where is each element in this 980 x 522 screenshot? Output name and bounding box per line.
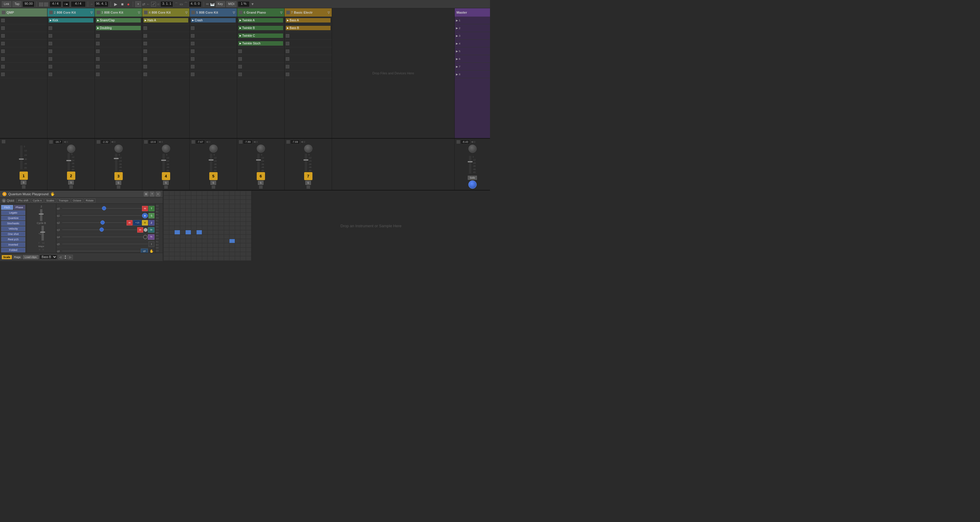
clip-5-1[interactable]: ▶ Crash [190,17,237,24]
note-cell-5-13[interactable] [235,213,240,217]
loop-end[interactable]: 4. 0. 0 [189,1,202,7]
note-cell-12-14[interactable] [240,243,246,248]
note-cell-14-7[interactable] [202,252,207,256]
mode-quantize-btn[interactable]: Quantize [1,216,25,221]
note-cell-2-3[interactable] [180,200,186,204]
stop-button[interactable]: ■ [120,2,124,6]
clip-5-5[interactable] [190,48,237,55]
note-cell-14-1[interactable] [169,252,175,256]
clip-6-6[interactable] [237,55,284,63]
note-cell-12-12[interactable] [229,243,235,248]
note-cell-8-5[interactable] [191,226,197,230]
note-cell-15-5[interactable] [191,256,197,260]
note-cell-2-5[interactable] [191,200,197,204]
ch5-vol-knob[interactable] [209,144,218,152]
note-cell-0-6[interactable] [197,191,202,195]
track-header-qmp[interactable]: QMP [0,8,47,17]
note-cell-9-7[interactable] [202,230,207,234]
note-cell-15-15[interactable] [246,256,251,260]
note-cell-9-15[interactable] [246,230,251,234]
note-cell-9-9[interactable] [213,230,218,234]
note-cell-12-2[interactable] [175,243,180,248]
note-cell-13-9[interactable] [213,248,218,252]
ch5-fader-handle[interactable] [209,159,213,160]
note-cell-10-9[interactable] [213,235,218,239]
clip-slot-qmp-7[interactable] [0,63,47,70]
nav-phs-shift[interactable]: Phs shift [16,198,30,203]
ch6-vol-knob[interactable] [257,144,265,152]
note-cell-5-9[interactable] [213,213,218,217]
note-cell-15-4[interactable] [186,256,191,260]
mode-inverted-btn[interactable]: Inverted [1,242,25,247]
note-cell-11-13[interactable] [235,239,240,243]
note-cell-5-3[interactable] [180,213,186,217]
note-cell-0-2[interactable] [175,191,180,195]
time-sig[interactable]: 4 / 4 [49,1,61,7]
note-cell-10-13[interactable] [235,235,240,239]
track-header-7[interactable]: 7 Basic Electr ▽ [285,8,332,17]
note-cell-6-7[interactable] [202,217,207,221]
mode-phase-btn[interactable]: Phase [14,205,25,210]
track-activator-6[interactable] [239,11,242,14]
note-cell-13-1[interactable] [169,248,175,252]
note-cell-6-6[interactable] [197,217,202,221]
track-io-3[interactable]: ▽ [138,11,140,14]
chm-vol-knob[interactable] [468,144,477,153]
clip-dropdown[interactable]: Bass B [40,254,57,260]
note-cell-14-10[interactable] [218,252,224,256]
note-cell-14-12[interactable] [229,252,235,256]
clip-twinkle-b[interactable]: ▶ Twinkle B [238,26,283,30]
note-cell-11-8[interactable] [207,239,213,243]
note-cell-7-3[interactable] [180,222,186,226]
note-cell-1-0[interactable] [164,195,169,200]
note-cell-11-0[interactable] [164,239,169,243]
clip-snare[interactable]: ▶ Snare/Clap [96,18,141,22]
tap-button[interactable]: Tap [13,1,21,7]
ch5-number[interactable]: 5 [209,172,218,180]
ch1-fader-handle[interactable] [19,159,24,160]
note-cell-1-14[interactable] [240,195,246,200]
chm-pan-knob[interactable] [468,181,477,189]
note-cell-10-15[interactable] [246,235,251,239]
note-cell-6-3[interactable] [180,217,186,221]
note-cell-6-2[interactable] [175,217,180,221]
note-cell-0-4[interactable] [186,191,191,195]
mode-oneshot-btn[interactable]: One shot [1,232,25,236]
note-cell-12-6[interactable] [197,243,202,248]
note-cell-12-9[interactable] [213,243,218,248]
bend-icon[interactable]: ⌒ [184,2,188,6]
note-cell-7-6[interactable] [197,222,202,226]
ch1-stop-btn[interactable] [2,140,5,143]
note-cell-9-11[interactable] [224,230,229,234]
track-activator-7[interactable] [286,11,290,14]
note-cell-0-5[interactable] [191,191,197,195]
ch3-fader-handle[interactable] [114,158,119,159]
mode-stochastic-btn[interactable]: Stochastic [1,221,25,226]
zoom-arrow[interactable]: ▼ [251,2,255,6]
add-button[interactable]: + [135,1,141,7]
clip-slot-qmp-5[interactable] [0,48,47,55]
note-cell-5-15[interactable] [246,213,251,217]
note-cell-2-9[interactable] [213,200,218,204]
arrow-right-btn[interactable]: ▷ [68,255,73,260]
ch3-vol-knob[interactable] [115,144,123,152]
note-cell-11-10[interactable] [218,239,224,243]
position-display[interactable]: 96. 4. 1 [94,1,109,7]
note-cell-13-15[interactable] [246,248,251,252]
clip-hats[interactable]: ▶ Hats A [143,18,188,22]
note-cell-9-13[interactable] [235,230,240,234]
note-cell-1-8[interactable] [207,195,213,200]
note-cell-4-2[interactable] [175,209,180,213]
note-cell-6-1[interactable] [169,217,175,221]
clip-7-3[interactable] [285,32,332,40]
note-cell-0-9[interactable] [213,191,218,195]
ch2-number[interactable]: 2 [67,171,75,180]
note-cell-11-5[interactable] [191,239,197,243]
note-cell-13-8[interactable] [207,248,213,252]
note-cell-7-4[interactable] [186,222,191,226]
clip-6-7[interactable] [237,63,284,70]
clip-7-2[interactable]: ▶ Bass B [285,24,332,32]
note-cell-11-14[interactable] [240,239,246,243]
note-cell-4-4[interactable] [186,209,191,213]
note-cell-11-15[interactable] [246,239,251,243]
